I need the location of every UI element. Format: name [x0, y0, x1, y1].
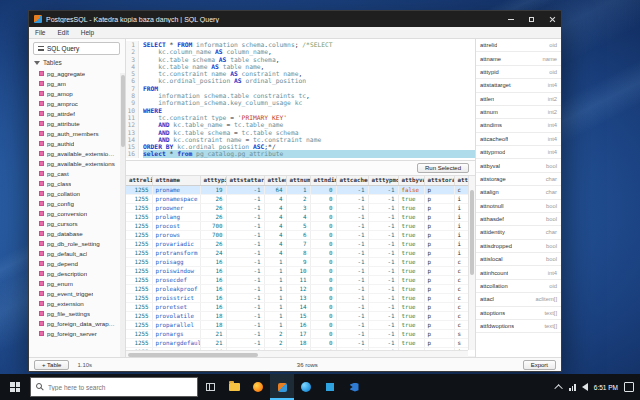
sidebar-item-pg_default_acl[interactable]: pg_default_acl — [29, 248, 119, 258]
export-button[interactable]: Export — [523, 360, 556, 370]
table-row[interactable]: 1255pronamespace26-1420-1-1truepitrue — [126, 194, 475, 203]
table-row[interactable]: 1255provariadic26-1470-1-1truepitrue — [126, 239, 475, 248]
column-header-attndims[interactable]: attndims — [310, 176, 336, 186]
network-icon[interactable] — [569, 384, 576, 391]
sidebar-scrollbar[interactable] — [120, 73, 125, 357]
sidebar-item-pg_database[interactable]: pg_database — [29, 228, 119, 238]
task-view-button[interactable] — [198, 374, 222, 400]
table-row[interactable]: 1255pronargdefaults21-12180-1-1truepstru… — [126, 338, 475, 347]
file-explorer-button[interactable] — [222, 374, 246, 400]
inspector-row[interactable]: attndimsint4 — [476, 119, 561, 132]
firefox-button[interactable] — [246, 374, 270, 400]
inspector-row[interactable]: attcollationoid — [476, 280, 561, 293]
edge-button[interactable] — [294, 374, 318, 400]
sidebar-item-pg_amop[interactable]: pg_amop — [29, 88, 119, 98]
store-button[interactable] — [318, 374, 342, 400]
grid-horizontal-scrollbar[interactable] — [126, 350, 468, 357]
inspector-row[interactable]: attalignchar — [476, 186, 561, 199]
sidebar-item-pg_amproc[interactable]: pg_amproc — [29, 98, 119, 108]
sidebar-item-pg_extension[interactable]: pg_extension — [29, 298, 119, 308]
table-row[interactable]: 1255prolang26-1440-1-1truepitrue — [126, 212, 475, 221]
menu-item-edit[interactable]: Edit — [51, 29, 74, 36]
inspector-row[interactable]: atttypidoid — [476, 66, 561, 79]
sidebar-item-pg_attrdef[interactable]: pg_attrdef — [29, 108, 119, 118]
column-header-attstorage[interactable]: attstorage — [424, 176, 454, 186]
menu-item-help[interactable]: Help — [75, 29, 100, 36]
table-row[interactable]: 1255proname19-16410-1-1falsepctrue — [126, 185, 475, 194]
table-row[interactable]: 1255prosecdef16-11110-1-1truepctrue — [126, 275, 475, 284]
inspector-row[interactable]: attbyvalbool — [476, 159, 561, 172]
column-header-attcacheoff[interactable]: attcacheoff — [336, 176, 368, 186]
table-row[interactable]: 1255proiswindow16-11100-1-1truepctrue — [126, 266, 475, 275]
inspector-row[interactable]: attnamename — [476, 52, 561, 65]
inspector-row[interactable]: atthasdefbool — [476, 213, 561, 226]
sidebar-item-pg_available_extensions[interactable]: pg_available_extensions — [29, 158, 119, 168]
sql-editor[interactable]: 1SELECT * FROM information_schema.column… — [126, 39, 475, 161]
table-row[interactable]: 1255proparallel18-11160-1-1truepctrue — [126, 320, 475, 329]
search-input[interactable] — [48, 384, 192, 391]
sidebar-item-pg_depend[interactable]: pg_depend — [29, 258, 119, 268]
sidebar-item-pg_cast[interactable]: pg_cast — [29, 168, 119, 178]
sidebar-item-pg_class[interactable]: pg_class — [29, 178, 119, 188]
inspector-row[interactable]: attfdwoptionstext[] — [476, 320, 561, 333]
volume-icon[interactable] — [582, 383, 588, 391]
action-center-icon[interactable] — [624, 382, 634, 392]
column-header-atttypid[interactable]: atttypid — [200, 176, 226, 186]
inspector-row[interactable]: attaclaclitem[] — [476, 293, 561, 306]
desktop[interactable]: PostgresSQL - Katedra kopia baza danych … — [0, 0, 640, 400]
sidebar-sql-query-tab[interactable]: SQL Query — [33, 42, 120, 55]
inspector-row[interactable]: attoptionstext[] — [476, 307, 561, 320]
sidebar-item-pg_attribute[interactable]: pg_attribute — [29, 118, 119, 128]
inspector-row[interactable]: attisdroppedbool — [476, 240, 561, 253]
column-header-attlen[interactable]: attlen — [264, 176, 286, 186]
inspector-row[interactable]: attrelidoid — [476, 39, 561, 52]
table-row[interactable]: 1255proisagg16-1190-1-1truepctrue — [126, 257, 475, 266]
sidebar-item-pg_cursors[interactable]: pg_cursors — [29, 218, 119, 228]
inspector-row[interactable]: attcacheoffint4 — [476, 133, 561, 146]
table-row[interactable]: 1255protransform24-1480-1-1truepitrue — [126, 248, 475, 257]
sidebar-item-pg_collation[interactable]: pg_collation — [29, 188, 119, 198]
inspector-row[interactable]: attidentitychar — [476, 226, 561, 239]
menu-item-file[interactable]: File — [29, 29, 51, 36]
sidebar-item-pg_description[interactable]: pg_description — [29, 268, 119, 278]
column-header-attbyval[interactable]: attbyval — [398, 176, 424, 186]
start-button[interactable] — [0, 374, 30, 400]
run-selected-button[interactable]: Run Selected — [417, 163, 469, 173]
column-header-atttypmod[interactable]: atttypmod — [368, 176, 398, 186]
sidebar-item-pg_config[interactable]: pg_config — [29, 198, 119, 208]
inspector-row[interactable]: attlenint2 — [476, 93, 561, 106]
column-header-attstattarget[interactable]: attstattarget — [226, 176, 264, 186]
inspector-row[interactable]: attnotnullbool — [476, 200, 561, 213]
maximize-button[interactable] — [523, 11, 540, 27]
close-button[interactable] — [544, 11, 561, 27]
sidebar-item-pg_db_role_setting[interactable]: pg_db_role_setting — [29, 238, 119, 248]
sidebar-tables-header[interactable]: Tables — [29, 57, 125, 68]
column-header-attname[interactable]: attname — [152, 176, 200, 186]
add-table-button[interactable]: + Table — [34, 360, 69, 370]
results-grid[interactable]: attrelidattnameatttypidattstattargetattl… — [126, 176, 475, 357]
table-row[interactable]: 1255proowner26-1430-1-1truepitrue — [126, 203, 475, 212]
table-row[interactable]: 1255provolatile18-11150-1-1truepctrue — [126, 311, 475, 320]
table-row[interactable]: 1255pronargs21-12170-1-1truepstrue — [126, 329, 475, 338]
column-header-attnum[interactable]: attnum — [286, 176, 310, 186]
inspector-row[interactable]: attstoragechar — [476, 173, 561, 186]
sidebar-item-pg_conversion[interactable]: pg_conversion — [29, 208, 119, 218]
inspector-row[interactable]: atttypmodint4 — [476, 146, 561, 159]
titlebar[interactable]: PostgresSQL - Katedra kopia baza danych … — [29, 11, 561, 27]
sidebar-item-pg_available_extension_versions[interactable]: pg_available_extension_versions — [29, 148, 119, 158]
tray-expand-icon[interactable] — [555, 384, 563, 392]
table-row[interactable]: 1255procost700-1450-1-1truepitrue — [126, 221, 475, 230]
column-header-attrelid[interactable]: attrelid — [126, 176, 152, 186]
sidebar-scrollbar-thumb[interactable] — [121, 75, 125, 147]
inspector-row[interactable]: attnumint2 — [476, 106, 561, 119]
inspector-row[interactable]: attinhcountint4 — [476, 266, 561, 279]
inspector-row[interactable]: attstattargetint4 — [476, 79, 561, 92]
sidebar-item-pg_auth_members[interactable]: pg_auth_members — [29, 128, 119, 138]
inspector-row[interactable]: attislocalbool — [476, 253, 561, 266]
table-row[interactable]: 1255proleakproof16-11120-1-1truepctrue — [126, 284, 475, 293]
sql-app-button[interactable] — [270, 374, 294, 400]
grid-horizontal-scrollbar-thumb[interactable] — [128, 353, 258, 357]
clock[interactable]: 6:51 PM — [594, 384, 618, 391]
table-row[interactable]: 1255prorows700-1460-1-1truepitrue — [126, 230, 475, 239]
sidebar-item-pg_foreign_data_wrapper[interactable]: pg_foreign_data_wrapper — [29, 318, 119, 328]
